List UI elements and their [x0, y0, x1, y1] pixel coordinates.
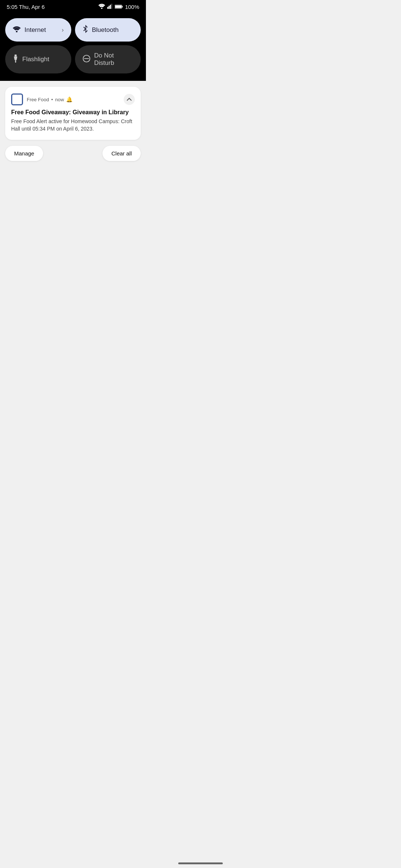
svg-rect-9: [14, 55, 17, 57]
svg-rect-1: [107, 7, 108, 9]
manage-button[interactable]: Manage: [5, 146, 43, 161]
wifi-icon: [98, 4, 105, 10]
status-icons: 100%: [98, 4, 139, 10]
notif-body: Free Food Alert active for Homewood Camp…: [11, 118, 135, 132]
internet-arrow-icon: ›: [62, 27, 63, 33]
wifi-qs-icon: [13, 26, 21, 34]
notification-area: Free Food • now 🔔 Free Food Giveaway: Gi…: [0, 81, 146, 161]
flashlight-tile-label: Flashlight: [22, 56, 49, 63]
notif-time: now: [55, 97, 64, 102]
dnd-tile-label: Do Not Disturb: [94, 52, 134, 67]
notif-app-name: Free Food: [27, 97, 49, 102]
notif-meta: Free Food • now 🔔: [27, 96, 72, 102]
bluetooth-qs-icon: [82, 25, 88, 35]
notif-header-left: Free Food • now 🔔: [11, 93, 72, 105]
flashlight-qs-icon: [13, 55, 19, 65]
notif-header: Free Food • now 🔔: [11, 93, 135, 105]
svg-rect-4: [111, 4, 112, 9]
qs-tile-bluetooth[interactable]: Bluetooth: [75, 18, 141, 42]
status-bar: 5:05 Thu, Apr 6 100: [0, 0, 146, 13]
quick-settings-panel: Internet › Bluetooth Flashlight: [0, 13, 146, 81]
bluetooth-tile-label: Bluetooth: [92, 26, 119, 34]
svg-rect-6: [122, 6, 123, 7]
svg-rect-2: [108, 6, 110, 9]
qs-tile-internet[interactable]: Internet ›: [5, 18, 71, 42]
clear-all-button[interactable]: Clear all: [102, 146, 141, 161]
notif-collapse-button[interactable]: [124, 94, 135, 105]
battery-icon: [115, 4, 123, 10]
qs-tile-dnd[interactable]: Do Not Disturb: [75, 45, 141, 73]
notif-dot: •: [51, 97, 53, 102]
svg-point-8: [16, 31, 17, 32]
time-label: 5:05 Thu, Apr 6: [7, 4, 45, 10]
notification-card-free-food: Free Food • now 🔔 Free Food Giveaway: Gi…: [5, 87, 141, 140]
dnd-qs-icon: [82, 55, 91, 65]
notif-app-icon: [11, 93, 23, 105]
svg-point-0: [101, 7, 102, 9]
svg-rect-3: [110, 5, 111, 9]
notif-title: Free Food Giveaway: Giveaway in Library: [11, 109, 135, 116]
battery-label: 100%: [125, 4, 139, 10]
signal-icon: [107, 4, 113, 10]
svg-rect-10: [15, 60, 16, 62]
notif-bell-icon: 🔔: [66, 96, 72, 102]
svg-rect-7: [115, 6, 121, 8]
internet-tile-label: Internet: [25, 26, 46, 34]
status-time: 5:05 Thu, Apr 6: [7, 4, 45, 10]
notification-actions: Manage Clear all: [5, 146, 141, 161]
qs-tile-flashlight[interactable]: Flashlight: [5, 45, 71, 73]
